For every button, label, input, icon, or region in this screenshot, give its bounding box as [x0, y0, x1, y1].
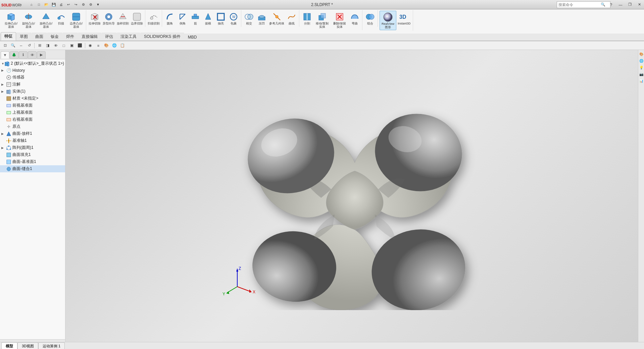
- sweep-boss-btn[interactable]: 扫描: [55, 11, 67, 30]
- btm-tab-motion[interactable]: 运动算例 1: [38, 342, 65, 349]
- split-btn[interactable]: 分割: [301, 11, 313, 30]
- help-btn[interactable]: ?: [606, 0, 616, 9]
- print-btn[interactable]: 🖨: [58, 1, 64, 8]
- tree-item-surface-loft1[interactable]: ▶ 曲面-放样1: [0, 130, 65, 137]
- view-hide-show-btn[interactable]: 👁: [52, 42, 59, 49]
- view-zoom-area-btn[interactable]: 🔍: [9, 42, 17, 49]
- tree-item-axis1[interactable]: ▶ 基准轴1: [0, 137, 65, 144]
- undo-btn[interactable]: ↩: [65, 1, 72, 8]
- tree-item-annotations[interactable]: ▶ 注解: [0, 81, 65, 88]
- tree-item-knit1[interactable]: ▶ 曲面-缝合1: [0, 165, 65, 172]
- tab-surface[interactable]: 曲面: [32, 33, 47, 41]
- close-btn[interactable]: ✕: [635, 0, 644, 9]
- right-strip-display[interactable]: 📊: [639, 78, 644, 83]
- indent-btn[interactable]: 压凹: [256, 11, 268, 26]
- view-scene-btn[interactable]: 🌐: [111, 42, 118, 49]
- view-zoom-prev-btn[interactable]: ↔: [17, 42, 25, 49]
- panel-tab-display[interactable]: 👁: [28, 51, 37, 59]
- tree-item-pattern1[interactable]: ▶ 阵列(圆周)1: [0, 144, 65, 151]
- rib-btn[interactable]: 筋: [189, 11, 201, 26]
- tab-plugins[interactable]: SOLIDWORKS 插件: [140, 33, 184, 41]
- view-shaded-btn[interactable]: ⬛: [76, 42, 84, 49]
- shell-btn[interactable]: 抽壳: [215, 11, 227, 26]
- view-section-btn[interactable]: ◨: [44, 42, 51, 49]
- flex-btn[interactable]: 弯曲: [349, 11, 361, 30]
- intersect-btn[interactable]: 相交: [243, 11, 255, 26]
- panel-tab-filter[interactable]: ▼: [1, 51, 9, 59]
- tree-item-solid-bodies[interactable]: ▶ 实体(1): [0, 88, 65, 95]
- view-appearance-btn[interactable]: 🎨: [103, 42, 110, 49]
- hole-wizard-btn[interactable]: 异型向导: [102, 11, 115, 26]
- tab-render[interactable]: 渲染工具: [117, 33, 140, 41]
- home-btn[interactable]: ⌂: [28, 1, 35, 8]
- realview-btn[interactable]: RealView图形: [380, 11, 396, 30]
- tree-item-history[interactable]: ▶ 🕐 History: [0, 67, 65, 74]
- view-wireframe-btn[interactable]: □: [60, 42, 67, 49]
- fillet-btn[interactable]: 圆角: [164, 11, 176, 26]
- tree-part-header[interactable]: ▼ 2 (默认<<默认>_显示状态 1>): [0, 60, 65, 67]
- right-strip-camera[interactable]: 📷: [639, 71, 644, 77]
- loft-cut-btn[interactable]: 放样切割: [116, 11, 130, 26]
- redo-btn[interactable]: ↪: [72, 1, 79, 8]
- view-zebra-btn[interactable]: ≡: [95, 42, 102, 49]
- new-btn[interactable]: □: [36, 1, 42, 8]
- btm-tab-3dview[interactable]: 3D视图: [17, 342, 38, 349]
- chamfer-btn[interactable]: 倒角: [177, 11, 189, 26]
- combine-btn[interactable]: 组合: [364, 11, 376, 26]
- move-copy-btn[interactable]: 移动/复制实体: [314, 11, 331, 30]
- right-strip-lights[interactable]: 💡: [639, 65, 644, 70]
- btm-tab-model[interactable]: 模型: [1, 342, 17, 349]
- rebuild-btn[interactable]: ⚙: [80, 1, 87, 8]
- tab-evaluate[interactable]: 评估: [101, 33, 117, 41]
- open-btn[interactable]: 📂: [43, 1, 50, 8]
- view-rotate-btn[interactable]: ↺: [26, 42, 33, 49]
- boundary-cut-btn[interactable]: 边界切除: [130, 11, 144, 26]
- ref-geom-btn[interactable]: 参考几何体: [268, 11, 285, 26]
- search-input[interactable]: [557, 3, 601, 7]
- curves-label: 曲线: [289, 22, 295, 25]
- view-standard-btn[interactable]: ⊞: [36, 42, 43, 49]
- delete-body-btn[interactable]: 删除/保留实体: [331, 11, 348, 30]
- draft-btn[interactable]: 拔模: [202, 11, 214, 26]
- tree-item-fill1[interactable]: ▶ 曲面填充1: [0, 151, 65, 158]
- revolve-boss-btn[interactable]: 旋转凸台/基体: [20, 11, 37, 30]
- extrude-boss-btn[interactable]: 拉伸凸台/基体: [3, 11, 19, 30]
- tab-direct-edit[interactable]: 直接编辑: [78, 33, 101, 41]
- minimize-btn[interactable]: —: [616, 0, 625, 9]
- sweep-cut-btn[interactable]: 扫描切割: [147, 11, 160, 26]
- save-btn[interactable]: 💾: [50, 1, 57, 8]
- tree-item-material[interactable]: ▶ 材质 <未指定>: [0, 95, 65, 102]
- options-btn[interactable]: ⚙: [87, 1, 94, 8]
- tree-item-base-surface[interactable]: ▶ 曲面-基准面1: [0, 158, 65, 165]
- viewport[interactable]: Z X Y 🎨 🌐 💡 📷 📊: [65, 50, 644, 342]
- loft-boss-btn[interactable]: 放样凸台/基体: [38, 11, 54, 30]
- right-strip-scene[interactable]: 🌐: [639, 58, 644, 63]
- wrap-btn[interactable]: W 包裹: [228, 11, 240, 26]
- instant3d-btn[interactable]: 3D Instant3D: [397, 11, 411, 30]
- tree-item-sensors[interactable]: ▶ 传感器: [0, 74, 65, 81]
- extrude-cut-btn[interactable]: 拉伸切除: [88, 11, 101, 26]
- tab-mbd[interactable]: MBD: [184, 34, 201, 41]
- restore-btn[interactable]: ❐: [625, 0, 635, 9]
- boundary-boss-btn[interactable]: 边界凸台/基体: [68, 11, 85, 30]
- view-manager-btn[interactable]: 📋: [119, 42, 126, 49]
- tab-features[interactable]: 特征: [1, 32, 16, 41]
- panel-tab-features[interactable]: 🌲: [10, 51, 18, 59]
- tab-weldments[interactable]: 焊件: [62, 33, 78, 41]
- panel-tab-props[interactable]: ℹ: [19, 51, 28, 59]
- right-strip-appearance[interactable]: 🎨: [639, 51, 644, 57]
- tree-item-front-plane[interactable]: ▶ 前视基准面: [0, 102, 65, 109]
- search-box[interactable]: 🔍: [557, 1, 610, 8]
- dropdown-btn[interactable]: ▼: [95, 1, 101, 8]
- tab-sketch[interactable]: 草图: [16, 33, 32, 41]
- view-zoom-fit-btn[interactable]: ⊡: [1, 42, 9, 49]
- view-hidden-lines-btn[interactable]: ▣: [68, 42, 76, 49]
- tree-item-origin[interactable]: ▶ ✛ 原点: [0, 123, 65, 130]
- curves-btn[interactable]: 曲线: [286, 11, 298, 26]
- view-curvature-btn[interactable]: ◉: [87, 42, 94, 49]
- tab-sheet-metal[interactable]: 钣金: [47, 33, 62, 41]
- panel-bottom-handle[interactable]: [0, 339, 65, 342]
- panel-expand-btn[interactable]: ▶: [37, 51, 46, 59]
- tree-item-right-plane[interactable]: ▶ 右视基准面: [0, 116, 65, 123]
- tree-item-top-plane[interactable]: ▶ 上视基准面: [0, 109, 65, 116]
